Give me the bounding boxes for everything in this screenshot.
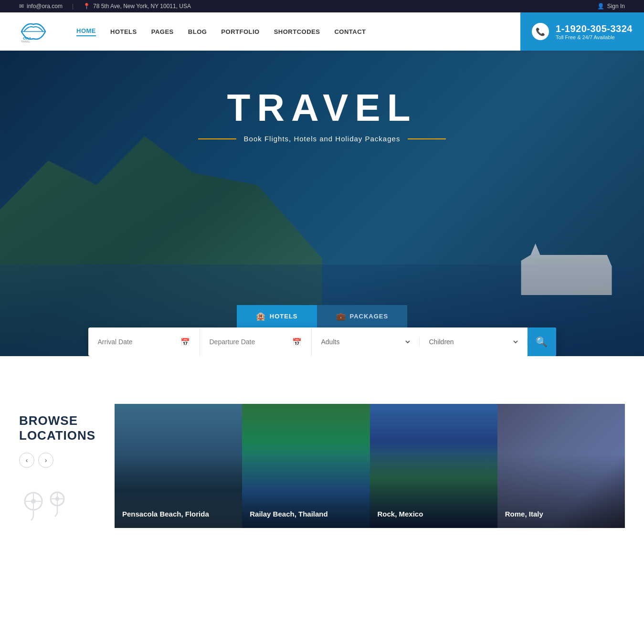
nav-contact[interactable]: CONTACT xyxy=(334,28,366,35)
location-label-rome: Rome, Italy xyxy=(505,509,543,519)
search-tabs: 🏨 HOTELS 💼 PACKAGES xyxy=(237,305,407,327)
prev-arrow-button[interactable]: ‹ xyxy=(19,453,34,468)
location-icon: 📍 xyxy=(83,3,90,10)
packages-tab-icon: 💼 xyxy=(336,312,346,321)
packages-tab-label: PACKAGES xyxy=(350,313,389,320)
location-label-rock: Rock, Mexico xyxy=(378,509,423,519)
top-bar-left: ✉ info@ora.com | 📍 78 5th Ave, New York,… xyxy=(19,3,191,10)
hotels-tab-icon: 🏨 xyxy=(256,312,266,321)
nav-blog[interactable]: BLOG xyxy=(188,28,207,35)
departure-date-input[interactable] xyxy=(210,338,287,346)
arrival-date-field[interactable]: 📅 xyxy=(88,328,200,356)
hero-divider: Book Flights, Hotels and Holiday Package… xyxy=(198,135,446,143)
nav-pages[interactable]: PAGES xyxy=(151,28,174,35)
tab-packages[interactable]: 💼 PACKAGES xyxy=(317,305,408,327)
map-svg xyxy=(19,482,76,530)
children-select[interactable]: Children 0 Children 1 Child 2 Children 3… xyxy=(427,338,519,346)
nav-links: HOME HOTELS PAGES BLOG PORTFOLIO SHORTCO… xyxy=(76,27,520,36)
location-label-pensacola: Pensacola Beach, Florida xyxy=(122,509,209,519)
divider: | xyxy=(72,3,74,10)
logo[interactable]: ORA TRAVEL xyxy=(19,20,48,43)
nav-hotels[interactable]: HOTELS xyxy=(110,28,137,35)
logo-svg: ORA TRAVEL xyxy=(19,20,48,43)
phone-block: 📞 1-1920-305-3324 Toll Free & 24/7 Avail… xyxy=(520,12,644,51)
phone-subtext: Toll Free & 24/7 Available xyxy=(556,34,633,40)
address-text: 78 5th Ave, New York, NY 10011, USA xyxy=(93,3,191,10)
arrival-date-input[interactable] xyxy=(98,338,176,346)
next-arrow-icon: › xyxy=(45,456,47,464)
map-icon xyxy=(19,482,115,532)
next-arrow-button[interactable]: › xyxy=(38,453,53,468)
nav-home[interactable]: HOME xyxy=(76,27,96,36)
calendar-icon-departure: 📅 xyxy=(292,338,302,347)
divider-line-right xyxy=(408,138,446,139)
search-container: 🏨 HOTELS 💼 PACKAGES 📅 📅 Adults 1 Adult xyxy=(88,286,556,356)
nav-portfolio[interactable]: PORTFOLIO xyxy=(221,28,259,35)
search-button[interactable]: 🔍 xyxy=(528,327,556,356)
hotels-tab-label: HOTELS xyxy=(270,313,298,320)
address-item: 📍 78 5th Ave, New York, NY 10011, USA xyxy=(83,3,191,10)
hero-section: TRAVEL Book Flights, Hotels and Holiday … xyxy=(0,51,644,356)
search-icon: 🔍 xyxy=(536,336,548,348)
location-card-rock[interactable]: Rock, Mexico xyxy=(370,404,497,528)
hero-title: TRAVEL xyxy=(227,89,417,127)
browse-section: BROWSELOCATIONS ‹ › xyxy=(0,404,644,532)
svg-text:TRAVEL: TRAVEL xyxy=(21,40,30,43)
signin-label: Sign In xyxy=(607,3,625,10)
locations-grid: Pensacola Beach, Florida Railay Beach, T… xyxy=(115,404,625,528)
location-card-pensacola[interactable]: Pensacola Beach, Florida xyxy=(115,404,242,528)
email-item: ✉ info@ora.com xyxy=(19,3,63,10)
tab-hotels[interactable]: 🏨 HOTELS xyxy=(237,305,317,327)
location-card-railay[interactable]: Railay Beach, Thailand xyxy=(242,404,370,528)
departure-date-field[interactable]: 📅 xyxy=(200,328,312,356)
hero-subtitle: Book Flights, Hotels and Holiday Package… xyxy=(244,135,401,143)
calendar-icon-arrival: 📅 xyxy=(180,338,190,347)
top-bar: ✉ info@ora.com | 📍 78 5th Ave, New York,… xyxy=(0,0,644,12)
divider-line-left xyxy=(198,138,236,139)
children-select-wrap[interactable]: Children 0 Children 1 Child 2 Children 3… xyxy=(420,338,528,346)
signin-icon: 👤 xyxy=(597,3,604,10)
svg-point-5 xyxy=(55,497,59,501)
signin-button[interactable]: 👤 Sign In xyxy=(597,3,625,10)
nav-shortcodes[interactable]: SHORTCODES xyxy=(274,28,320,35)
navbar: ORA TRAVEL HOME HOTELS PAGES BLOG PORTFO… xyxy=(0,12,644,51)
location-card-rome[interactable]: Rome, Italy xyxy=(497,404,625,528)
phone-icon: 📞 xyxy=(532,23,549,40)
email-icon: ✉ xyxy=(19,3,24,10)
hero-content: TRAVEL Book Flights, Hotels and Holiday … xyxy=(198,51,446,150)
email-text: info@ora.com xyxy=(27,3,63,10)
browse-arrows: ‹ › xyxy=(19,453,115,468)
svg-point-3 xyxy=(31,499,36,504)
adults-select-wrap[interactable]: Adults 1 Adult 2 Adults 3 Adults 4 Adult… xyxy=(312,338,420,346)
browse-left-panel: BROWSELOCATIONS ‹ › xyxy=(19,404,115,532)
prev-arrow-icon: ‹ xyxy=(26,456,28,464)
phone-number: 1-1920-305-3324 xyxy=(556,23,633,34)
location-label-railay: Railay Beach, Thailand xyxy=(250,509,327,519)
search-bar: 📅 📅 Adults 1 Adult 2 Adults 3 Adults 4 A… xyxy=(88,327,556,356)
phone-info: 1-1920-305-3324 Toll Free & 24/7 Availab… xyxy=(556,23,633,40)
adults-select[interactable]: Adults 1 Adult 2 Adults 3 Adults 4 Adult… xyxy=(319,338,412,346)
browse-title: BROWSELOCATIONS xyxy=(19,413,115,443)
